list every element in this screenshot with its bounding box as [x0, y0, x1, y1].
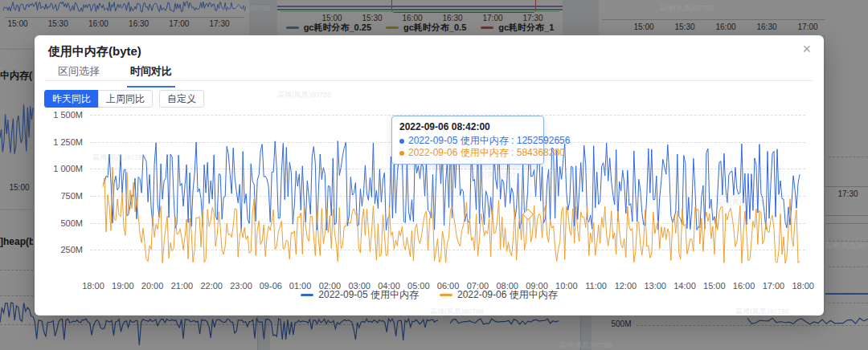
series-dot-icon [399, 139, 404, 144]
tooltip-value: 2022-09-06 使用中内存 : 584368280 [408, 147, 565, 159]
screen: 15:0015:3016:0016:3017:0017:30 15:0015:3… [0, 0, 868, 350]
tooltip-row: 2022-09-05 使用中内存 : 1252592656 [399, 135, 536, 147]
line-chart[interactable] [35, 35, 824, 315]
tooltip-value: 2022-09-05 使用中内存 : 1252592656 [408, 135, 570, 147]
tooltip-row: 2022-09-06 使用中内存 : 584368280 [399, 147, 536, 159]
tooltip-time: 2022-09-06 08:42:00 [399, 121, 536, 133]
series-dot-icon [399, 151, 404, 156]
memory-detail-modal: 使用中内存(byte) × 区间选择 时间对比 昨天同比 上周同比 自定义 1 … [35, 35, 824, 315]
chart-tooltip: 2022-09-06 08:42:00 2022-09-05 使用中内存 : 1… [391, 116, 544, 165]
